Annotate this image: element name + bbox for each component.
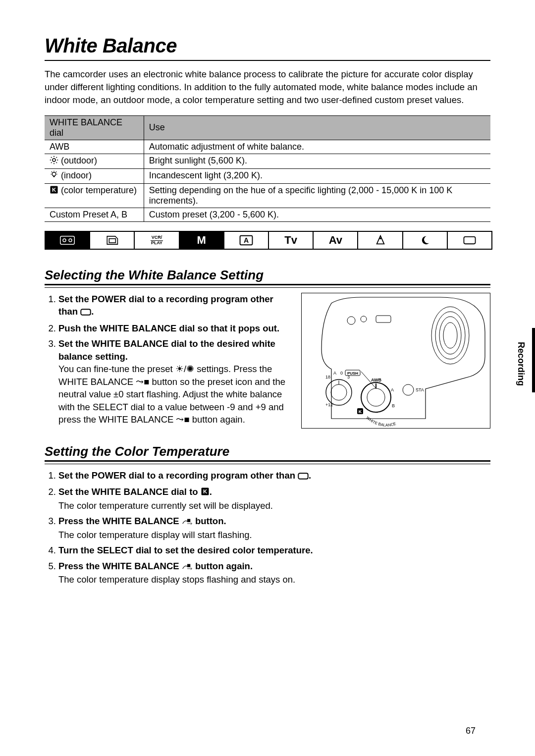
- th-use: Use: [144, 115, 490, 140]
- s1-step2: Push the WHITE BALANCE dial so that it p…: [58, 323, 279, 333]
- section1-heading: Selecting the White Balance Setting: [45, 268, 490, 283]
- dial-indoor: (indoor): [61, 170, 92, 180]
- table-row: K (color temperature) Setting depending …: [45, 183, 490, 208]
- section2-heading: Setting the Color Temperature: [45, 444, 490, 459]
- easy-rect-icon: [298, 470, 309, 483]
- mode-easy: [448, 232, 491, 249]
- svg-point-28: [435, 312, 465, 359]
- s2-step5: Press the WHITE BALANCE: [58, 561, 182, 571]
- svg-line-6: [56, 162, 57, 163]
- svg-point-53: [403, 384, 414, 395]
- page-number: 67: [466, 726, 476, 736]
- svg-rect-25: [464, 236, 475, 243]
- svg-rect-10: [54, 176, 55, 177]
- mode-tape: [46, 232, 90, 249]
- svg-rect-18: [60, 236, 75, 244]
- svg-text:STA: STA: [416, 387, 424, 392]
- s1-step3: Set the WHITE BALANCE dial to the desire…: [58, 338, 275, 362]
- svg-text:A: A: [244, 236, 249, 244]
- white-balance-table: WHITE BALANCE dial Use AWB Automatic adj…: [45, 115, 490, 222]
- svg-text:PUSH: PUSH: [347, 371, 358, 376]
- mode-av: Av: [314, 232, 358, 249]
- svg-point-32: [361, 316, 367, 322]
- svg-text:K: K: [203, 488, 208, 494]
- svg-text:WHITE BALANCE: WHITE BALANCE: [366, 415, 397, 427]
- s2-step4: Turn the SELECT dial to set the desired …: [58, 545, 313, 555]
- svg-line-14: [52, 171, 53, 172]
- svg-text:K: K: [359, 409, 362, 414]
- s2-step3: Press the WHITE BALANCE: [58, 516, 182, 526]
- use-cell: Setting depending on the hue of a specif…: [144, 183, 490, 208]
- table-row: AWB Automatic adjustment of white balanc…: [45, 140, 490, 154]
- mode-spotlight: [358, 232, 403, 249]
- bulb-icon: [50, 170, 58, 182]
- k-box-icon: K: [201, 486, 210, 499]
- svg-text:B: B: [392, 403, 395, 408]
- intro-text: The camcorder uses an electronic white b…: [45, 68, 490, 107]
- mode-vcr: VCR/PLAY: [135, 232, 179, 249]
- title-rule: [45, 60, 490, 61]
- mode-card: [90, 232, 135, 249]
- camcorder-diagram: 18 A 0 3 +12 PUSH AWB A B: [301, 293, 490, 429]
- svg-point-0: [53, 159, 55, 162]
- mode-bar: VCR/PLAY M A Tv Av: [45, 231, 492, 250]
- use-cell: Incandescent light (3,200 K).: [144, 168, 490, 183]
- svg-point-19: [63, 239, 66, 242]
- section1-steps: Set the POWER dial to a recording progra…: [45, 293, 294, 426]
- table-row: (outdoor) Bright sunlight (5,600 K).: [45, 154, 490, 168]
- dial-outdoor: (outdoor): [61, 156, 97, 165]
- side-section-label: Recording: [516, 342, 526, 386]
- table-row: Custom Preset A, B Custom preset (3,200 …: [45, 208, 490, 221]
- dial-custom: Custom Preset A, B: [50, 210, 127, 219]
- mode-tv: Tv: [269, 232, 314, 249]
- svg-rect-59: [187, 519, 190, 522]
- page-title: White Balance: [45, 35, 490, 57]
- s2-step2: Set the WHITE BALANCE dial to: [58, 486, 201, 497]
- mode-m: M: [180, 232, 224, 249]
- section2-steps: Set the POWER dial to a recording progra…: [45, 469, 490, 586]
- svg-text:18: 18: [325, 375, 330, 379]
- svg-line-7: [51, 162, 52, 163]
- use-cell: Bright sunlight (5,600 K).: [144, 154, 490, 168]
- sun-icon: [50, 156, 58, 167]
- svg-text:K: K: [52, 186, 56, 192]
- svg-point-31: [347, 317, 355, 324]
- s2-step2-note: The color temperature currently set will…: [58, 499, 490, 512]
- dial-awb: AWB: [50, 142, 69, 152]
- mode-night: [403, 232, 448, 249]
- svg-point-24: [379, 237, 381, 239]
- svg-text:A: A: [391, 387, 394, 392]
- table-row: (indoor) Incandescent light (3,200 K).: [45, 168, 490, 183]
- use-cell: Automatic adjustment of white balance.: [144, 140, 490, 154]
- svg-point-9: [52, 172, 56, 176]
- use-cell: Custom preset (3,200 - 5,600 K).: [144, 208, 490, 221]
- s2-step3-note: The color temperature display will start…: [58, 529, 490, 541]
- svg-point-27: [431, 307, 469, 364]
- set-btn-icon: [182, 561, 193, 574]
- svg-text:+12: +12: [325, 402, 333, 407]
- svg-rect-56: [298, 473, 308, 479]
- svg-text:A: A: [333, 371, 336, 376]
- svg-point-45: [367, 388, 385, 406]
- svg-text:0: 0: [340, 371, 343, 376]
- easy-rect-icon: [80, 306, 91, 319]
- svg-text:AWB: AWB: [371, 378, 381, 382]
- svg-line-5: [51, 157, 52, 158]
- svg-line-15: [56, 171, 57, 172]
- k-icon: K: [50, 185, 58, 197]
- dial-ct: (color temperature): [61, 185, 137, 195]
- s2-step5-note: The color temperature display stops flas…: [58, 573, 490, 586]
- th-dial: WHITE BALANCE dial: [45, 115, 144, 140]
- section2-rule: [45, 460, 490, 464]
- s1-step3-note: You can fine-tune the preset ☀/✺ setting…: [58, 363, 294, 426]
- sidebar-tab: [532, 328, 535, 392]
- mode-a: A: [224, 232, 269, 249]
- svg-point-30: [443, 323, 457, 348]
- svg-rect-26: [81, 309, 90, 315]
- svg-point-20: [69, 239, 72, 242]
- svg-rect-21: [109, 238, 116, 242]
- svg-rect-33: [376, 316, 391, 323]
- svg-point-29: [439, 317, 461, 354]
- svg-line-8: [56, 157, 57, 158]
- set-btn-icon: [182, 516, 193, 529]
